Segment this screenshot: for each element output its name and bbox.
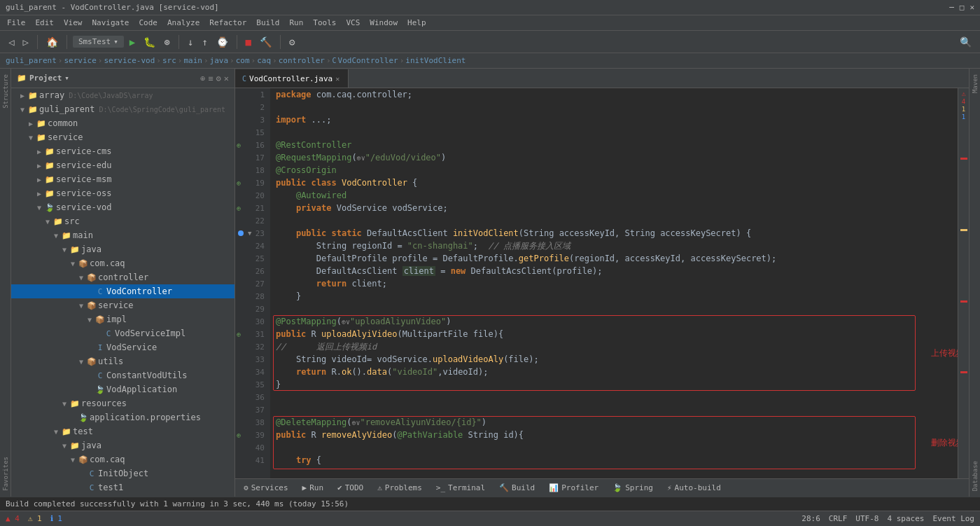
tree-item-vod-controller[interactable]: C VodController (11, 284, 234, 298)
run-config[interactable]: SmsTest ▾ (73, 36, 124, 48)
indent-indicator[interactable]: 4 spaces (887, 514, 924, 523)
menu-run[interactable]: Run (285, 17, 307, 29)
back-button[interactable]: ◁ (6, 35, 17, 49)
tree-item-service-cms[interactable]: ▶ 📁 service-cms (11, 144, 234, 158)
menu-tools[interactable]: Tools (309, 17, 340, 29)
tree-item-service[interactable]: ▼ 📁 service (11, 130, 234, 144)
tree-item-constant-vod-utils[interactable]: C ConstantVodUtils (11, 368, 234, 382)
event-log-indicator[interactable]: Event Log (932, 514, 974, 523)
tree-item-guli-parent[interactable]: ▼ 📁 guli_parent D:\Code\SpringCode\guli_… (11, 102, 234, 116)
maven-tab[interactable]: Maven (970, 69, 980, 99)
services-tab[interactable]: ⚙ Services (241, 482, 291, 494)
src-folder-icon: 📁 (53, 217, 63, 226)
breadcrumb-service[interactable]: service (64, 56, 96, 65)
menu-vcs[interactable]: VCS (342, 17, 364, 29)
tree-item-test-java[interactable]: ▼ 📁 java (11, 438, 234, 452)
minimize-button[interactable]: ─ (949, 3, 954, 12)
code-line-40 (276, 441, 958, 454)
tree-item-java[interactable]: ▼ 📁 java (11, 242, 234, 256)
build-tab[interactable]: 🔨 Build (496, 482, 538, 494)
breadcrumb-guli-parent[interactable]: guli_parent (6, 56, 57, 65)
stop-button[interactable]: ■ (243, 35, 254, 49)
breadcrumb-src[interactable]: src (162, 56, 176, 65)
tree-item-service-msm[interactable]: ▶ 📁 service-msm (11, 172, 234, 186)
favorites-tab[interactable]: Favorites (1, 451, 10, 497)
tree-item-utils[interactable]: ▼ 📦 utils (11, 354, 234, 368)
spring-tab[interactable]: 🍃 Spring (610, 482, 656, 494)
breadcrumb-main[interactable]: main (183, 56, 202, 65)
tree-item-test1[interactable]: C test1 (11, 480, 234, 494)
tree-item-resources[interactable]: ▼ 📁 resources (11, 396, 234, 410)
menu-code[interactable]: Code (134, 17, 162, 29)
git-history-button[interactable]: ⌚ (214, 35, 231, 49)
menu-view[interactable]: View (59, 17, 87, 29)
debug-button[interactable]: 🐛 (141, 35, 158, 49)
auto-build-tab[interactable]: ⚡ Auto-build (664, 482, 724, 494)
project-dropdown-arrow[interactable]: ▾ (64, 74, 69, 83)
editor-tab-vod-controller[interactable]: C VodController.java ✕ (235, 69, 349, 88)
warning-count-label: 1 (962, 106, 965, 113)
tree-item-vod-service-impl[interactable]: C VodServiceImpl (11, 326, 234, 340)
project-settings-button[interactable]: ⚙ (216, 74, 221, 83)
tree-item-controller[interactable]: ▼ 📦 controller (11, 270, 234, 284)
tree-item-comcaq[interactable]: ▼ 📦 com.caq (11, 256, 234, 270)
menu-refactor[interactable]: Refactor (205, 17, 251, 29)
tree-item-impl[interactable]: ▼ 📦 impl (11, 312, 234, 326)
hide-panel-button[interactable]: ✕ (224, 74, 229, 83)
menu-edit[interactable]: Edit (31, 17, 59, 29)
collapse-all-button[interactable]: ≡ (208, 74, 213, 83)
profiler-tab[interactable]: 📊 Profiler (546, 482, 601, 494)
tree-item-service-oss[interactable]: ▶ 📁 service-oss (11, 186, 234, 200)
todo-tab[interactable]: ✔ TODO (335, 482, 366, 494)
tree-item-test[interactable]: ▼ 📁 test (11, 424, 234, 438)
breadcrumb-com[interactable]: com (236, 56, 250, 65)
tree-item-main[interactable]: ▼ 📁 main (11, 228, 234, 242)
breadcrumb-vod-controller[interactable]: VodController (338, 56, 398, 65)
tree-item-service-edu[interactable]: ▶ 📁 service-edu (11, 158, 234, 172)
tree-item-app-properties[interactable]: 🍃 application.properties (11, 410, 234, 424)
tab-close-button[interactable]: ✕ (335, 75, 340, 83)
build-button[interactable]: 🔨 (257, 35, 274, 49)
code-area[interactable]: package com.caq.controller; import ...; … (270, 88, 958, 478)
database-tab[interactable]: Database (970, 455, 980, 497)
tree-item-service-vod[interactable]: ▼ 🍃 service-vod (11, 200, 234, 214)
tree-item-service-pkg[interactable]: ▼ 📦 service (11, 298, 234, 312)
git-push-button[interactable]: ↑ (199, 35, 210, 49)
menu-window[interactable]: Window (365, 17, 402, 29)
tree-item-init-object[interactable]: C InitObject (11, 466, 234, 480)
close-button[interactable]: ✕ (969, 3, 974, 12)
line-separator-indicator[interactable]: CRLF (829, 514, 848, 523)
breadcrumb-caq[interactable]: caq (257, 56, 271, 65)
terminal-tab[interactable]: >_ Terminal (433, 482, 488, 494)
locate-file-button[interactable]: ⊕ (200, 74, 205, 83)
run-button[interactable]: ▶ (127, 35, 138, 49)
git-update-button[interactable]: ↓ (185, 35, 196, 49)
menu-build[interactable]: Build (252, 17, 284, 29)
tree-item-vod-service[interactable]: I VodService (11, 340, 234, 354)
project-button[interactable]: 🏠 (43, 35, 61, 49)
profile-button[interactable]: ⊛ (161, 35, 172, 49)
tree-item-array[interactable]: ▶ 📁 array D:\Code\JavaDS\array (11, 88, 234, 102)
menu-help[interactable]: Help (403, 17, 430, 29)
forward-button[interactable]: ▷ (20, 35, 31, 49)
settings-button[interactable]: ⚙ (286, 35, 298, 49)
menu-navigate[interactable]: Navigate (88, 17, 134, 29)
structure-tab[interactable]: Structure (1, 69, 10, 114)
tree-item-src[interactable]: ▼ 📁 src (11, 214, 234, 228)
maximize-button[interactable]: □ (960, 3, 965, 12)
breadcrumb-init-vod-client[interactable]: initVodClient (405, 56, 465, 65)
breadcrumb-java[interactable]: java (210, 56, 229, 65)
search-everywhere-button[interactable]: 🔍 (957, 35, 974, 49)
breadcrumb-service-vod[interactable]: service-vod (104, 56, 155, 65)
position-indicator[interactable]: 28:6 (802, 514, 820, 523)
tree-item-test-comcaq[interactable]: ▼ 📦 com.caq (11, 452, 234, 466)
menu-file[interactable]: File (3, 17, 30, 29)
charset-indicator[interactable]: UTF-8 (855, 514, 878, 523)
breadcrumb-controller[interactable]: controller (279, 56, 325, 65)
tree-item-vod-application[interactable]: 🍃 VodApplication (11, 382, 234, 396)
tree-item-common[interactable]: ▶ 📁 common (11, 116, 234, 130)
menu-analyze[interactable]: Analyze (163, 17, 204, 29)
run-tab[interactable]: ▶ Run (300, 482, 327, 494)
line-21: ⊕ 21 (235, 202, 270, 214)
problems-tab[interactable]: ⚠ Problems (374, 482, 425, 494)
